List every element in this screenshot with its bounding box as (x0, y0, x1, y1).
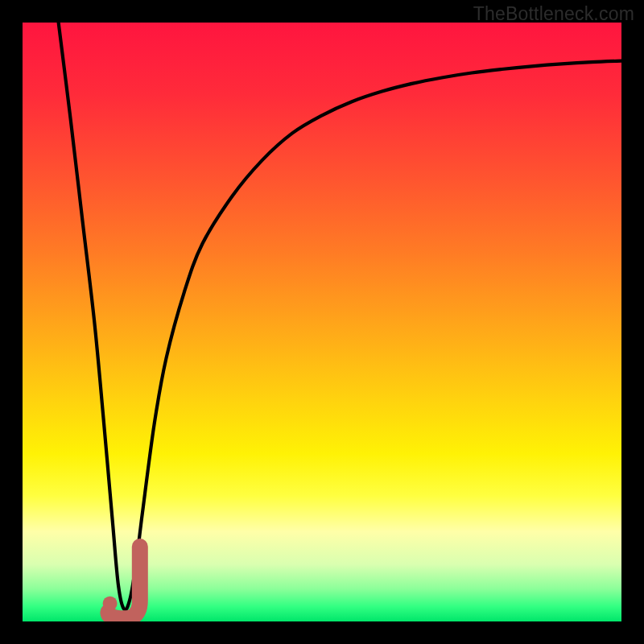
watermark-text: TheBottleneck.com (473, 3, 634, 25)
bottleneck-curve (59, 23, 621, 610)
plot-area (23, 23, 621, 621)
chart-frame: TheBottleneck.com (0, 0, 644, 644)
chart-svg (23, 23, 621, 621)
result-marker-dot (103, 597, 118, 611)
